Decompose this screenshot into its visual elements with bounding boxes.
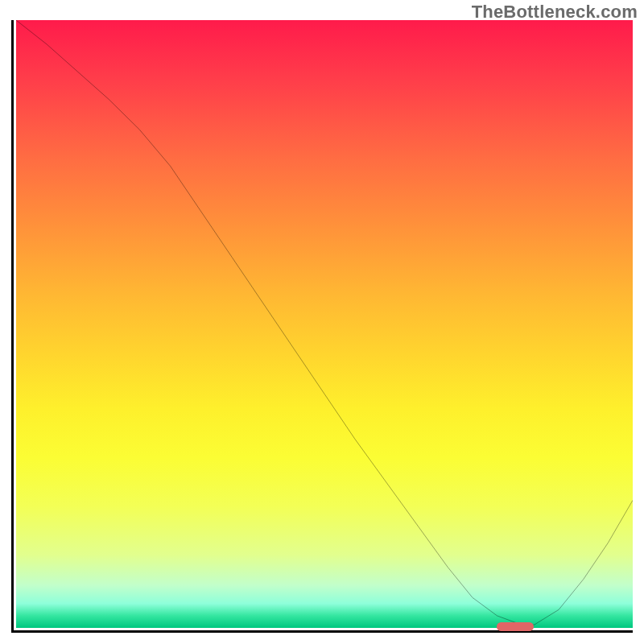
minimum-marker	[497, 622, 534, 631]
chart-container: TheBottleneck.com	[0, 0, 644, 644]
curve-svg	[16, 20, 633, 628]
plot-frame	[11, 20, 633, 633]
curve-path	[16, 20, 633, 625]
